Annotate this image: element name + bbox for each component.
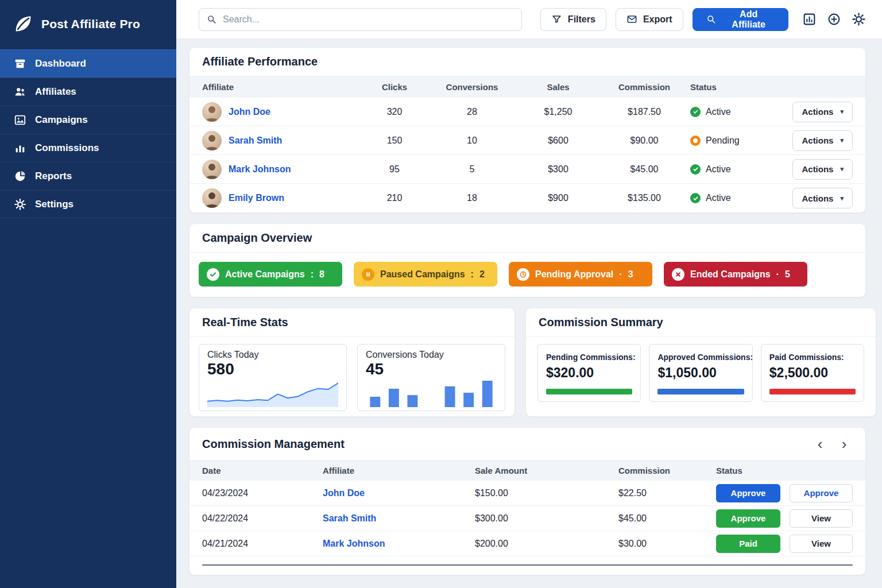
add-circle-icon[interactable] [827,12,841,26]
sidebar-item-settings[interactable]: Settings [0,190,176,218]
performance-table-header: Affiliate Clicks Conversions Sales Commi… [189,76,865,98]
actions-dropdown-button[interactable]: Actions▾ [792,102,853,122]
date-value: 04/23/2024 [202,488,323,498]
column-header-clicks: Clicks [363,82,426,92]
row-action-button[interactable]: View [790,509,853,528]
commission-value: $135.00 [598,193,690,203]
sidebar-item-commissions[interactable]: Commissions [0,134,176,162]
clicks-value: 210 [363,193,426,203]
ended-campaigns-stat[interactable]: Ended Campaigns · 5 [664,262,807,287]
leaf-logo-icon [13,14,33,34]
row-action-button[interactable]: View [790,535,853,553]
pause-circle-icon [362,268,374,281]
approve-button[interactable]: Approve [716,484,780,502]
table-row: John Doe 320 28 $1,250 $187.50 Active Ac… [189,98,865,126]
clicks-value: 95 [363,164,426,175]
paid-commissions-value: $2,500.00 [769,365,856,381]
affiliate-name-link[interactable]: John Doe [229,107,270,117]
search-icon [206,14,217,25]
sales-value: $600 [518,136,598,146]
stat-count: 3 [628,269,633,280]
affiliate-avatar [202,188,222,208]
sale-amount-value: $300.00 [475,513,618,524]
analytics-icon[interactable] [802,12,817,26]
paid-button[interactable]: Paid [716,535,780,553]
sidebar-item-label: Reports [35,171,72,182]
add-affiliate-button[interactable]: Add Affiliate [693,8,788,31]
approved-progress-bar [657,389,744,394]
gear-icon[interactable] [852,12,866,26]
x-circle-icon [672,268,684,281]
sidebar-item-label: Dashboard [35,58,86,69]
stat-count: 5 [785,269,790,280]
sidebar-item-label: Campaigns [35,114,88,126]
clicks-today-value: 580 [207,360,338,378]
sidebar-item-label: Affiliates [35,86,76,98]
sale-amount-value: $200.00 [475,539,618,549]
sidebar-nav: Dashboard Affiliates Campaigns Commissio… [0,49,176,218]
column-header-commission: Commission [618,466,716,475]
affiliate-name-link[interactable]: Sarah Smith [229,136,282,146]
actions-dropdown-button[interactable]: Actions▾ [792,159,853,180]
conversions-today-label: Conversions Today [366,350,497,360]
realtime-stats-title: Real-Time Stats [202,316,288,329]
filters-label: Filters [568,14,595,25]
export-button[interactable]: Export [616,8,683,31]
topbar: Filters Export Add Affiliate [176,0,882,39]
affiliate-name-link[interactable]: Mark Johnson [229,164,291,175]
conversions-today-box: Conversions Today 45 [357,344,505,411]
commission-value: $30.00 [618,539,716,549]
paused-campaigns-stat[interactable]: Paused Campaigns : 2 [354,262,497,287]
stat-count: 8 [319,269,324,280]
clicks-today-box: Clicks Today 580 [199,344,347,411]
sales-value: $900 [518,193,598,203]
sidebar-item-affiliates[interactable]: Affiliates [0,78,176,106]
add-affiliate-label: Add Affiliate [722,9,775,30]
affiliate-name-link[interactable]: John Doe [323,488,475,498]
sidebar-item-reports[interactable]: Reports [0,162,176,190]
status-badge: Active [706,107,731,117]
pending-progress-bar [546,389,632,394]
conversions-value: 10 [426,136,518,146]
active-campaigns-stat[interactable]: Active Campaigns : 8 [199,262,342,287]
commission-value: $22.50 [618,488,716,498]
affiliate-avatar [202,160,222,179]
table-row: Emily Brown 210 18 $900 $135.00 Active A… [189,184,865,212]
stat-count: 2 [479,269,485,280]
commission-value: $45.00 [618,513,716,524]
column-header-status: Status [716,466,790,475]
pending-approval-stat[interactable]: Pending Approval · 3 [509,262,652,287]
date-value: 04/21/2024 [202,539,323,549]
paid-progress-bar [769,389,856,394]
approve-button[interactable]: Approve [716,509,780,528]
commission-value: $187.50 [598,107,690,117]
search-input[interactable] [223,14,514,25]
date-value: 04/22/2024 [202,513,323,524]
campaigns-icon [14,114,26,126]
filters-button[interactable]: Filters [540,8,606,31]
affiliate-name-link[interactable]: Mark Johnson [323,539,475,549]
pending-commissions-value: $320.00 [546,365,632,381]
column-header-date: Date [202,466,323,475]
column-header-conversions: Conversions [426,82,518,92]
status-badge: Active [706,164,731,175]
dashboard-icon [14,57,26,70]
envelope-icon [626,14,637,25]
column-header-affiliate: Affiliate [202,82,363,92]
next-page-button[interactable]: › [835,435,853,452]
actions-dropdown-button[interactable]: Actions▾ [792,188,853,208]
affiliate-avatar [202,102,222,122]
commission-summary-card: Commission Summary Pending Commissions: … [525,308,876,417]
row-action-button[interactable]: Approve [790,484,853,502]
sidebar-item-dashboard[interactable]: Dashboard [0,49,176,78]
affiliate-name-link[interactable]: Emily Brown [229,193,284,203]
affiliate-name-link[interactable]: Sarah Smith [323,513,475,524]
campaign-overview-card: Campaign Overview Active Campaigns : 8 P… [189,223,866,297]
campaign-overview-title: Campaign Overview [202,231,312,245]
sidebar-item-campaigns[interactable]: Campaigns [0,106,176,134]
main-area: Filters Export Add Affiliate Affiliate P… [176,0,882,588]
prev-page-button[interactable]: ‹ [811,435,829,452]
reports-icon [14,170,26,183]
actions-dropdown-button[interactable]: Actions▾ [792,130,853,151]
export-label: Export [643,14,672,25]
